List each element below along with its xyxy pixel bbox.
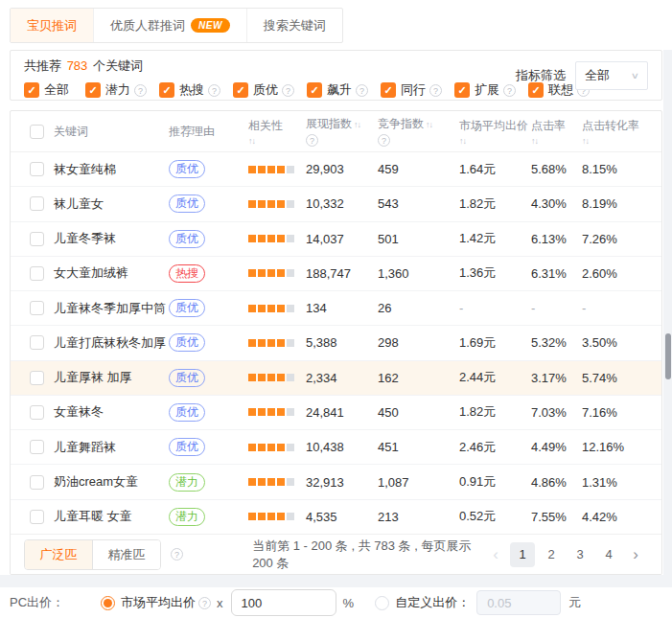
relevance-bar — [267, 269, 275, 277]
tab-search-keywords[interactable]: 搜索关键词 — [247, 9, 342, 42]
table-row: 儿童厚袜 加厚质优2,3341622.44元3.17%5.74% — [11, 361, 661, 396]
ctr-cell: 3.17% — [531, 361, 582, 395]
row-checkbox[interactable] — [30, 335, 44, 350]
filter-option[interactable]: ✓扩展? — [454, 81, 516, 99]
filter-option[interactable]: ✓热搜? — [159, 81, 220, 99]
column-label-text: 点击率 — [531, 118, 566, 134]
help-icon[interactable]: ? — [503, 84, 516, 97]
filter-option[interactable]: ✓全部 — [24, 81, 73, 99]
row-checkbox[interactable] — [30, 162, 44, 176]
help-icon[interactable]: ? — [429, 84, 442, 97]
row-checkbox[interactable] — [30, 440, 44, 454]
relevance-bars — [248, 408, 296, 416]
relevance-bars — [248, 374, 296, 381]
keyword-cell: 袜儿童女 — [54, 187, 169, 220]
column-header-display[interactable]: 展现指数↑↓? — [306, 111, 378, 151]
cell-value: 450 — [378, 405, 399, 420]
sort-icon[interactable]: ↑↓ — [354, 120, 360, 129]
page-number[interactable]: 1 — [510, 542, 535, 567]
ctr-cell: 6.13% — [531, 222, 582, 256]
column-header-reason[interactable]: 推荐理由 — [169, 111, 248, 151]
relevance-bar — [267, 235, 275, 242]
custom-price-input[interactable] — [476, 590, 561, 615]
keyword-cell: 儿童打底袜秋冬加厚 — [54, 326, 169, 359]
filter-option[interactable]: ✓潜力? — [85, 81, 147, 99]
help-icon[interactable]: ? — [208, 84, 220, 97]
relevance-cell — [248, 291, 306, 325]
column-header-competition[interactable]: 竞争指数↑↓? — [378, 111, 459, 151]
relevance-bar — [267, 200, 275, 208]
checkbox-checked-icon[interactable]: ✓ — [159, 82, 174, 98]
column-header-price[interactable]: 市场平均出价↑↓ — [459, 111, 531, 151]
scrollbar-track — [663, 50, 672, 575]
relevance-bar — [267, 513, 275, 520]
reason-cell: 质优 — [169, 326, 248, 359]
avg-price-radio[interactable] — [101, 596, 115, 610]
custom-price-radio[interactable] — [375, 596, 389, 610]
sort-icon[interactable]: ↑↓ — [582, 136, 589, 146]
relevance-bar — [248, 166, 256, 173]
column-sub: ↑↓ — [582, 136, 661, 146]
relevance-bar — [258, 444, 266, 451]
row-checkbox[interactable] — [30, 405, 44, 420]
reason-cell: 质优 — [169, 187, 248, 220]
relevance-bar — [277, 200, 285, 208]
checkbox-checked-icon[interactable]: ✓ — [85, 82, 101, 98]
page-number[interactable]: 3 — [568, 542, 592, 567]
row-checkbox[interactable] — [30, 196, 44, 211]
help-icon[interactable]: ? — [171, 548, 183, 561]
relevance-cell — [248, 500, 306, 534]
column-label: 展现指数↑↓ — [306, 116, 378, 132]
checkbox-checked-icon[interactable]: ✓ — [24, 82, 39, 98]
prev-page-icon[interactable]: ‹ — [485, 545, 506, 564]
next-page-icon[interactable]: › — [625, 545, 646, 564]
checkbox-checked-icon[interactable]: ✓ — [307, 82, 322, 98]
row-checkbox[interactable] — [30, 510, 44, 524]
row-checkbox[interactable] — [30, 232, 44, 246]
bid-percent-input[interactable] — [231, 589, 336, 616]
filter-option-label: 全部 — [44, 81, 69, 99]
metric-filter-select[interactable]: 全部 ∨ — [575, 61, 648, 90]
help-icon[interactable]: ? — [134, 84, 147, 97]
cell-value: 10,438 — [306, 440, 344, 454]
row-checkbox[interactable] — [30, 371, 44, 385]
column-header-relevance[interactable]: 相关性↑↓ — [248, 111, 306, 151]
ctr-cell: 6.31% — [531, 257, 582, 290]
column-header-ctr[interactable]: 点击率↑↓ — [531, 111, 582, 151]
reason-cell: 质优 — [169, 291, 248, 325]
filter-option[interactable]: ✓飙升? — [307, 81, 368, 99]
help-icon[interactable]: ? — [356, 84, 368, 97]
filter-option[interactable]: ✓同行? — [381, 81, 442, 99]
filter-option[interactable]: ✓质优? — [233, 81, 294, 99]
relevance-bar — [248, 235, 256, 242]
column-header-cvr[interactable]: 点击转化率↑↓ — [582, 111, 661, 151]
keyword-text: 袜儿童女 — [54, 195, 104, 213]
checkbox-checked-icon[interactable]: ✓ — [381, 82, 396, 98]
checkbox-checked-icon[interactable]: ✓ — [233, 82, 248, 98]
column-header-keyword[interactable]: 关键词 — [54, 111, 169, 151]
tab-crowd-keywords[interactable]: 优质人群推词 NEW — [94, 9, 247, 42]
tab-item-recommend[interactable]: 宝贝推词 — [11, 9, 94, 42]
row-checkbox[interactable] — [30, 301, 44, 315]
select-all-checkbox[interactable] — [30, 125, 44, 139]
row-checkbox[interactable] — [30, 266, 44, 281]
keyword-text: 儿童厚袜 加厚 — [54, 369, 132, 386]
sort-icon[interactable]: ↑↓ — [426, 120, 432, 129]
page-number[interactable]: 4 — [596, 542, 621, 567]
relevance-bars — [248, 305, 296, 312]
match-type-button[interactable]: 广泛匹配 — [25, 540, 92, 569]
match-type-button[interactable]: 精准匹配 — [92, 540, 160, 569]
scrollbar-thumb[interactable] — [665, 333, 671, 379]
sort-icon[interactable]: ↑↓ — [459, 136, 466, 146]
sort-icon[interactable]: ↑↓ — [248, 136, 255, 146]
row-checkbox[interactable] — [30, 475, 44, 490]
page-number[interactable]: 2 — [539, 542, 564, 567]
help-icon[interactable]: ? — [378, 134, 390, 147]
checkbox-checked-icon[interactable]: ✓ — [454, 82, 470, 98]
help-icon[interactable]: ? — [198, 597, 211, 609]
recommend-tag: 质优 — [169, 438, 205, 456]
help-icon[interactable]: ? — [306, 134, 318, 147]
help-icon[interactable]: ? — [282, 84, 294, 97]
cell-value: 3.17% — [531, 371, 567, 385]
sort-icon[interactable]: ↑↓ — [531, 136, 538, 146]
